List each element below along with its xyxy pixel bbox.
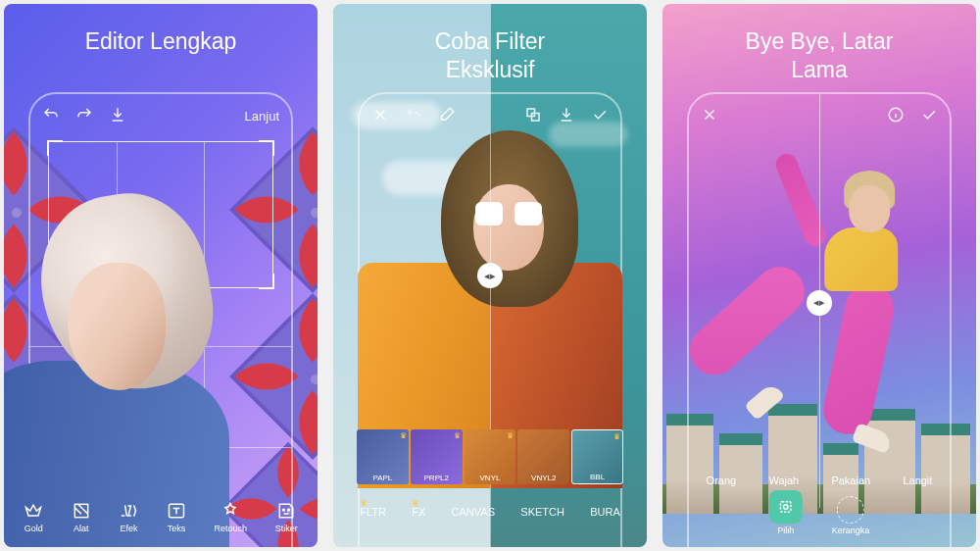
panel-title: Coba Filter Eksklusif (333, 27, 647, 84)
close-icon[interactable] (371, 106, 389, 126)
tool-retouch[interactable]: Retouch (215, 501, 248, 533)
tool-pilih[interactable]: Pilih (769, 490, 803, 535)
redo-icon[interactable] (75, 106, 93, 126)
skeleton-icon (837, 496, 864, 524)
tool-teks[interactable]: Teks (167, 501, 186, 533)
svg-point-2 (283, 509, 285, 511)
layers-icon[interactable] (524, 106, 542, 126)
select-icon (769, 490, 803, 524)
download-icon[interactable] (558, 106, 575, 126)
thumb-bbl[interactable]: ♛BBL (571, 429, 623, 484)
tab-canvas[interactable]: CANVAS (452, 506, 495, 518)
next-button[interactable]: Lanjut (245, 109, 279, 124)
tool-efek[interactable]: Efek (119, 501, 138, 533)
thumb-vnyl2[interactable]: VNYL2 (517, 429, 569, 484)
panel-title: Editor Lengkap (4, 27, 318, 56)
panel-title: Bye Bye, Latar Lama (662, 27, 976, 84)
undo-icon[interactable] (405, 106, 422, 126)
compare-handle-icon[interactable]: ◂▸ (477, 263, 503, 288)
chip-langit[interactable]: Langit (903, 475, 932, 486)
chip-orang[interactable]: Orang (707, 475, 737, 486)
thumb-vnyl[interactable]: ♛VNYL (465, 429, 516, 484)
editor-subject-image (4, 165, 239, 547)
filter-thumbnails: ♛PAPL ♛PRPL2 ♛VNYL VNYL2 ♛BBL (333, 429, 647, 484)
erase-icon[interactable] (438, 106, 456, 126)
svg-point-3 (288, 509, 290, 511)
segment-chips: Orang Wajah Pakaian Langit (662, 475, 976, 486)
bottom-tools: Pilih Kerangka (769, 490, 870, 535)
close-icon[interactable] (701, 106, 718, 126)
thumb-prpl2[interactable]: ♛PRPL2 (411, 429, 463, 484)
svg-rect-7 (780, 502, 791, 513)
compare-handle-icon[interactable]: ◂▸ (807, 290, 832, 316)
tool-stiker[interactable]: Stiker (275, 501, 298, 533)
tool-kerangka[interactable]: Kerangka (832, 496, 870, 535)
tool-gold[interactable]: Gold (24, 501, 43, 533)
tab-bura[interactable]: BURA (590, 506, 620, 518)
tab-sketch[interactable]: SKETCH (520, 506, 564, 518)
info-icon[interactable] (887, 106, 905, 126)
panel-filter: ◂▸ Coba Filter Eksklusif ♛PAPL ♛PRPL2 ♛V… (333, 4, 647, 547)
download-icon[interactable] (109, 106, 126, 126)
thumb-papl[interactable]: ♛PAPL (357, 429, 409, 484)
check-icon[interactable] (591, 106, 609, 126)
tab-fltr[interactable]: ♛FLTR (360, 506, 386, 518)
svg-point-8 (783, 505, 788, 510)
panel-editor: Editor Lengkap Lanjut Gold Alat Efek Tek… (4, 4, 318, 547)
tab-fx[interactable]: ♛FX (412, 506, 425, 518)
editor-toolbar: Gold Alat Efek Teks Retouch Stiker (4, 501, 318, 533)
svg-rect-0 (74, 504, 87, 517)
undo-icon[interactable] (42, 106, 60, 126)
panel-background: ◂▸ Bye Bye, Latar Lama Orang Wajah Pakai… (662, 4, 976, 547)
filter-tabs: ♛FLTR ♛FX CANVAS SKETCH BURA (333, 506, 647, 518)
check-icon[interactable] (920, 106, 938, 126)
chip-wajah[interactable]: Wajah (768, 475, 799, 486)
chip-pakaian[interactable]: Pakaian (831, 475, 870, 486)
tool-alat[interactable]: Alat (72, 501, 91, 533)
